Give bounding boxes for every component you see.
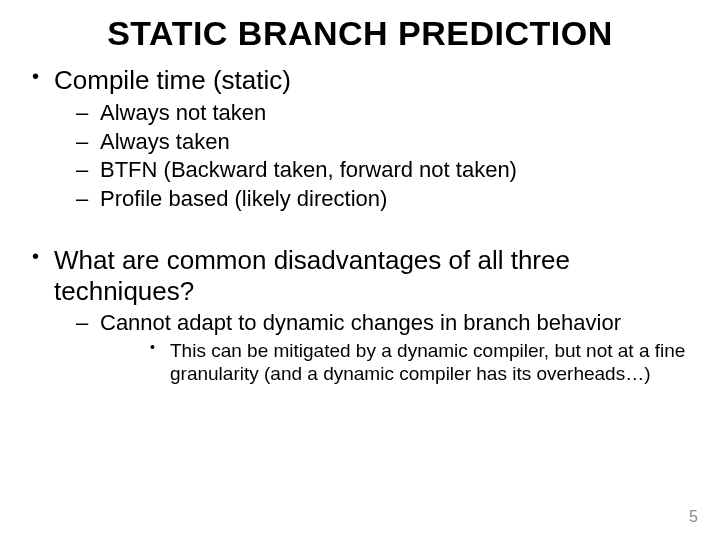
slide: STATIC BRANCH PREDICTION Compile time (s…	[0, 0, 720, 540]
spacer	[28, 217, 692, 245]
bullet-text: Compile time (static)	[54, 65, 291, 95]
subsub-mitigated: This can be mitigated by a dynamic compi…	[100, 339, 692, 385]
sub-always-not-taken: Always not taken	[54, 100, 692, 127]
sub-text: Cannot adapt to dynamic changes in branc…	[100, 310, 621, 335]
bullet-list-l2: Always not taken Always taken BTFN (Back…	[54, 100, 692, 213]
sub-cannot-adapt: Cannot adapt to dynamic changes in branc…	[54, 310, 692, 385]
bullet-text: What are common disadvantages of all thr…	[54, 245, 570, 306]
sub-btfn: BTFN (Backward taken, forward not taken)	[54, 157, 692, 184]
slide-title: STATIC BRANCH PREDICTION	[28, 14, 692, 53]
bullet-list-l2-2: Cannot adapt to dynamic changes in branc…	[54, 310, 692, 385]
sub-always-taken: Always taken	[54, 129, 692, 156]
sub-profile-based: Profile based (likely direction)	[54, 186, 692, 213]
bullet-list-l1: Compile time (static) Always not taken A…	[28, 65, 692, 213]
bullet-list-l3: This can be mitigated by a dynamic compi…	[100, 339, 692, 385]
bullet-list-l1-2: What are common disadvantages of all thr…	[28, 245, 692, 386]
slide-body: Compile time (static) Always not taken A…	[28, 65, 692, 386]
page-number: 5	[689, 508, 698, 526]
bullet-compile-time: Compile time (static) Always not taken A…	[28, 65, 692, 213]
bullet-disadvantages: What are common disadvantages of all thr…	[28, 245, 692, 386]
